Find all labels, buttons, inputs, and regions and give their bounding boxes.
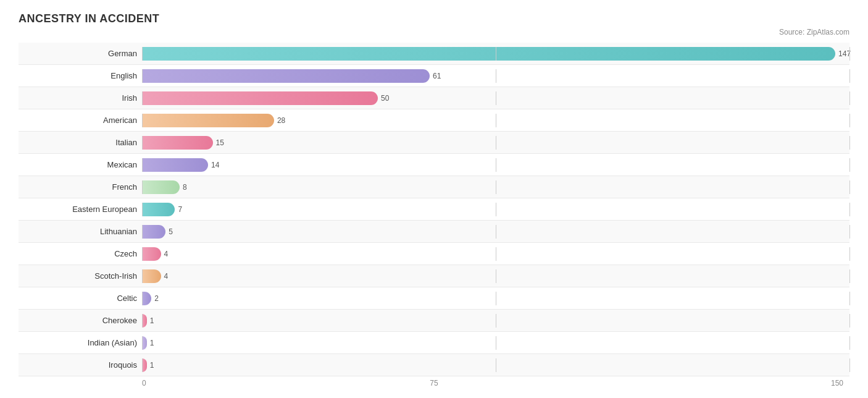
bar-container: 50 [142,91,849,105]
bar-label: Irish [19,93,142,103]
bar-label: American [19,116,142,125]
bar: 5 [142,225,165,239]
bar-value-label: 4 [164,272,169,281]
bar-value-label: 61 [433,72,441,80]
bar-row: Celtic2 [19,287,849,310]
bar-row: Irish50 [19,87,849,109]
bar-container: 7 [142,203,849,216]
bar-label: German [19,49,142,58]
bar-value-label: 147 [838,49,851,58]
bar-value-label: 1 [150,361,154,370]
x-axis-label: 0 [142,379,146,387]
bar-row: Lithuanian5 [19,221,849,243]
bar-row: Cherokee1 [19,310,849,332]
bar-value-label: 14 [211,161,219,169]
bar-label: Italian [19,138,142,147]
bar-label: Mexican [19,160,142,169]
bar: 7 [142,203,175,216]
bar-value-label: 2 [154,294,159,303]
bar-label: French [19,182,142,192]
bar-row: Czech4 [19,243,849,265]
bar-container: 28 [142,114,849,127]
x-axis-label: 150 [831,379,843,387]
bar-row: Iroquois1 [19,354,849,376]
bar-row: Mexican14 [19,154,849,176]
bar-row: Scotch-Irish4 [19,265,849,287]
bar-row: American28 [19,109,849,132]
bar-container: 4 [142,269,849,283]
bar-value-label: 28 [277,116,285,125]
bar: 28 [142,114,274,127]
bar: 1 [142,358,147,372]
bar-value-label: 15 [216,138,224,147]
bar-container: 1 [142,314,849,328]
bar-container: 14 [142,158,849,172]
bar-row: Indian (Asian)1 [19,332,849,354]
chart-area: German147English61Irish50American28Itali… [19,43,849,376]
bar-label: Eastern European [19,205,142,214]
bar: 8 [142,180,180,194]
bar-label: Scotch-Irish [19,271,142,281]
bar: 4 [142,269,161,283]
bar-container: 5 [142,225,849,239]
bar: 147 [142,47,835,61]
bar-container: 1 [142,336,849,350]
bar: 1 [142,336,147,350]
bar-container: 4 [142,247,849,261]
bar-value-label: 1 [150,339,154,347]
bar-container: 15 [142,136,849,150]
bar-row: English61 [19,65,849,87]
bar-label: Iroquois [19,360,142,370]
bar: 50 [142,91,378,105]
bar-container: 147 [142,47,849,61]
bar: 14 [142,158,208,172]
bar-label: Lithuanian [19,227,142,236]
bar-value-label: 50 [381,94,389,103]
bar-row: French8 [19,176,849,198]
bar-row: German147 [19,43,849,65]
bar: 4 [142,247,161,261]
bar: 61 [142,69,430,83]
bar-label: English [19,71,142,80]
x-axis: 075150 [19,379,849,387]
bar: 1 [142,314,147,328]
source-attribution: Source: ZipAtlas.com [19,28,849,36]
bar-value-label: 4 [164,250,169,258]
bar: 2 [142,292,151,305]
bar-container: 8 [142,180,849,194]
x-axis-label: 75 [430,379,438,387]
chart-title: ANCESTRY IN ACCIDENT [19,12,849,25]
bar-label: Czech [19,249,142,258]
bar-value-label: 1 [150,316,154,325]
bar-container: 2 [142,292,849,305]
bar-label: Cherokee [19,316,142,325]
bar-container: 1 [142,358,849,372]
bar-row: Eastern European7 [19,198,849,221]
bar-value-label: 5 [169,227,173,236]
bar-label: Celtic [19,294,142,303]
bar-row: Italian15 [19,132,849,154]
bar-container: 61 [142,69,849,83]
bar-value-label: 8 [183,183,187,192]
bar-value-label: 7 [178,205,182,214]
bar: 15 [142,136,213,150]
bar-label: Indian (Asian) [19,338,142,347]
